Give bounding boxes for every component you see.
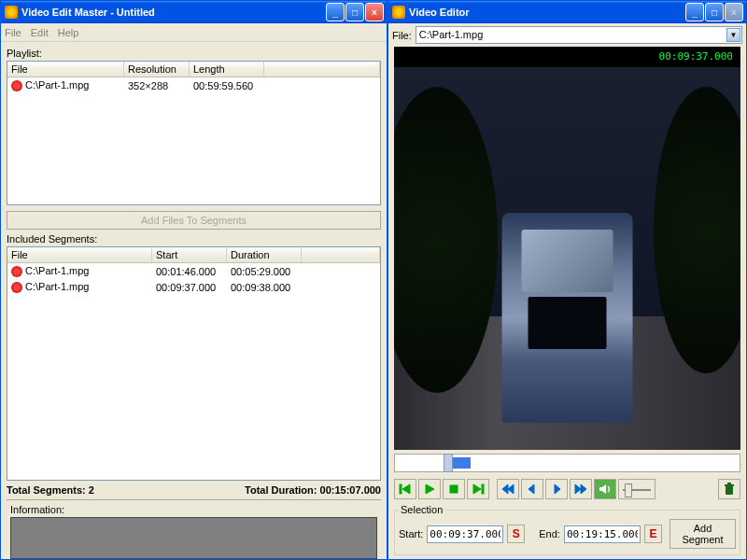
end-input[interactable] <box>564 525 641 543</box>
transport-controls <box>388 476 746 502</box>
svg-marker-2 <box>426 484 434 494</box>
menu-file[interactable]: File <box>5 27 21 38</box>
go-start-button[interactable] <box>394 479 416 499</box>
svg-marker-11 <box>581 484 586 494</box>
add-segment-button[interactable]: Add Segment <box>669 519 736 549</box>
svg-marker-10 <box>575 484 581 494</box>
main-window-controls: _ □ × <box>326 3 384 21</box>
info-content <box>10 517 377 559</box>
col-file[interactable]: File <box>7 62 124 77</box>
go-end-button[interactable] <box>467 479 489 499</box>
start-input[interactable] <box>427 525 503 543</box>
video-preview[interactable]: 00:09:37.000 <box>394 47 740 450</box>
svg-marker-9 <box>555 484 560 494</box>
svg-marker-4 <box>473 484 481 494</box>
fast-forward-button[interactable] <box>570 479 592 499</box>
menu-edit[interactable]: Edit <box>31 27 49 38</box>
set-end-button[interactable]: E <box>644 525 662 543</box>
editor-titlebar[interactable]: Video Editor _ □ × <box>388 1 746 23</box>
maximize-button[interactable]: □ <box>345 3 364 21</box>
menu-help[interactable]: Help <box>58 27 79 38</box>
info-section: Information: <box>7 499 381 555</box>
volume-button[interactable] <box>594 479 616 499</box>
close-button[interactable]: × <box>365 3 384 21</box>
table-row[interactable]: C:\Part-1.mpg00:01:46.00000:05:29.000 <box>7 263 380 279</box>
file-selector-row: File: C:\Part-1.mpg ▼ <box>388 23 746 47</box>
editor-title: Video Editor <box>409 7 685 18</box>
svg-marker-6 <box>502 484 508 494</box>
step-forward-button[interactable] <box>545 479 568 499</box>
stop-button[interactable] <box>443 479 465 499</box>
app-icon <box>5 6 18 19</box>
table-row[interactable]: C:\Part-1.mpg352×28800:59:59.560 <box>7 77 380 93</box>
editor-minimize-button[interactable]: _ <box>685 3 704 21</box>
main-title: Video Edit Master - Untitled <box>21 7 326 18</box>
col-spacer <box>264 62 380 77</box>
selection-legend: Selection <box>399 504 444 515</box>
svg-rect-0 <box>400 484 402 494</box>
editor-app-icon <box>392 6 405 19</box>
file-icon <box>11 282 22 293</box>
minimize-button[interactable]: _ <box>326 3 345 21</box>
svg-marker-7 <box>508 484 514 494</box>
svg-rect-3 <box>450 485 458 493</box>
segments-label: Included Segments: <box>7 233 381 245</box>
editor-window-controls: _ □ × <box>685 3 743 21</box>
total-segments-label: Total Segments: <box>7 484 89 496</box>
set-start-button[interactable]: S <box>507 525 525 543</box>
svg-rect-5 <box>482 484 484 494</box>
menu-bar: File Edit Help <box>1 23 387 42</box>
total-segments-value: 2 <box>89 484 94 496</box>
playlist-listview[interactable]: File Resolution Length C:\Part-1.mpg352×… <box>7 61 381 205</box>
playlist-label: Playlist: <box>7 48 381 59</box>
info-label: Information: <box>10 504 377 515</box>
dropdown-arrow-icon[interactable]: ▼ <box>726 28 740 42</box>
svg-marker-8 <box>529 484 534 494</box>
editor-close-button: × <box>725 3 743 21</box>
play-button[interactable] <box>418 479 441 499</box>
seg-col-spacer <box>302 247 380 262</box>
trash-button[interactable] <box>718 479 740 499</box>
total-duration-label: Total Duration: <box>245 484 319 496</box>
file-icon <box>11 266 22 277</box>
file-value: C:\Part-1.mpg <box>419 29 483 40</box>
svg-rect-13 <box>726 486 733 495</box>
segments-listview[interactable]: File Start Duration C:\Part-1.mpg00:01:4… <box>7 246 381 481</box>
seek-bar[interactable] <box>394 454 740 472</box>
selection-group: Selection Start: S End: E Add Segment <box>394 504 740 555</box>
file-icon <box>11 80 22 91</box>
table-row[interactable]: C:\Part-1.mpg00:09:37.00000:09:38.000 <box>7 279 380 295</box>
seek-row <box>388 450 746 476</box>
svg-rect-15 <box>727 483 731 484</box>
video-frame <box>394 67 740 450</box>
svg-rect-14 <box>725 484 734 486</box>
total-duration-value: 00:15:07.000 <box>320 484 381 496</box>
seg-col-file[interactable]: File <box>7 247 152 262</box>
add-files-button: Add Files To Segments <box>7 211 381 230</box>
start-label: Start: <box>399 528 423 539</box>
editor-window: Video Editor _ □ × File: C:\Part-1.mpg ▼… <box>388 0 747 560</box>
svg-marker-12 <box>599 484 606 494</box>
file-label: File: <box>392 30 412 41</box>
timecode-display: 00:09:37.000 <box>659 50 733 63</box>
file-dropdown[interactable]: C:\Part-1.mpg ▼ <box>416 26 742 44</box>
step-back-button[interactable] <box>521 479 543 499</box>
totals-row: Total Segments: 2 Total Duration: 00:15:… <box>7 481 381 499</box>
svg-marker-1 <box>402 484 410 494</box>
editor-maximize-button[interactable]: □ <box>705 3 724 21</box>
seg-col-duration[interactable]: Duration <box>227 247 302 262</box>
col-resolution[interactable]: Resolution <box>124 62 190 77</box>
main-titlebar[interactable]: Video Edit Master - Untitled _ □ × <box>1 1 387 23</box>
col-length[interactable]: Length <box>190 62 264 77</box>
seg-col-start[interactable]: Start <box>152 247 227 262</box>
fast-back-button[interactable] <box>497 479 519 499</box>
end-label: End: <box>539 528 560 539</box>
main-window: Video Edit Master - Untitled _ □ × File … <box>0 0 388 560</box>
volume-slider[interactable] <box>618 479 655 499</box>
seek-thumb[interactable] <box>444 454 453 472</box>
